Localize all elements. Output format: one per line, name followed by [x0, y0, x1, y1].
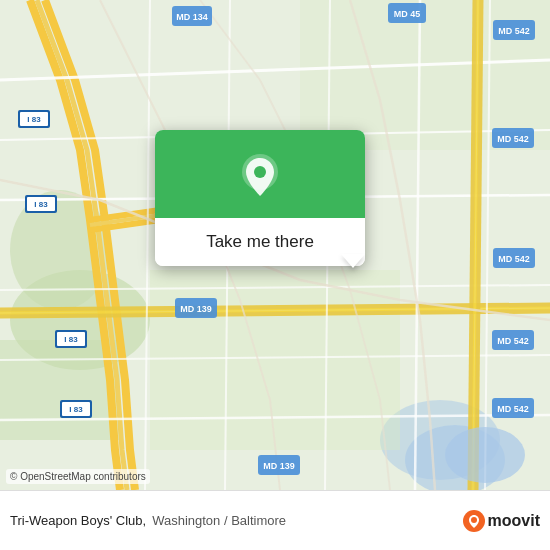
moovit-logo[interactable]: moovit — [463, 510, 540, 532]
map-container: MD 134 MD 45 I 83 I 83 I 83 I 83 MD 139 … — [0, 0, 550, 490]
svg-rect-6 — [150, 270, 400, 450]
popup-green-header — [155, 130, 365, 218]
svg-text:MD 542: MD 542 — [498, 254, 530, 264]
take-me-there-button[interactable]: Take me there — [155, 218, 365, 266]
svg-text:MD 542: MD 542 — [497, 134, 529, 144]
svg-rect-3 — [0, 340, 120, 440]
svg-point-59 — [471, 517, 477, 523]
map-attribution: © OpenStreetMap contributors — [6, 469, 150, 484]
svg-text:I 83: I 83 — [69, 405, 83, 414]
svg-text:MD 542: MD 542 — [498, 26, 530, 36]
bottom-bar: Tri-Weapon Boys' Club, Washington / Balt… — [0, 490, 550, 550]
svg-text:I 83: I 83 — [34, 200, 48, 209]
svg-point-57 — [254, 166, 266, 178]
location-info: Tri-Weapon Boys' Club, Washington / Balt… — [10, 513, 455, 528]
svg-text:MD 542: MD 542 — [497, 404, 529, 414]
svg-text:MD 45: MD 45 — [394, 9, 421, 19]
svg-text:MD 139: MD 139 — [263, 461, 295, 471]
svg-text:I 83: I 83 — [64, 335, 78, 344]
svg-point-55 — [445, 427, 525, 483]
moovit-icon — [463, 510, 485, 532]
svg-text:MD 134: MD 134 — [176, 12, 208, 22]
location-name: Tri-Weapon Boys' Club, — [10, 513, 146, 528]
popup-card: Take me there — [155, 130, 365, 266]
moovit-text: moovit — [488, 512, 540, 530]
popup-tail — [341, 254, 365, 268]
location-pin-icon — [236, 152, 284, 200]
svg-text:MD 139: MD 139 — [180, 304, 212, 314]
svg-text:MD 542: MD 542 — [497, 336, 529, 346]
location-region: Washington / Baltimore — [152, 513, 286, 528]
svg-text:I 83: I 83 — [27, 115, 41, 124]
